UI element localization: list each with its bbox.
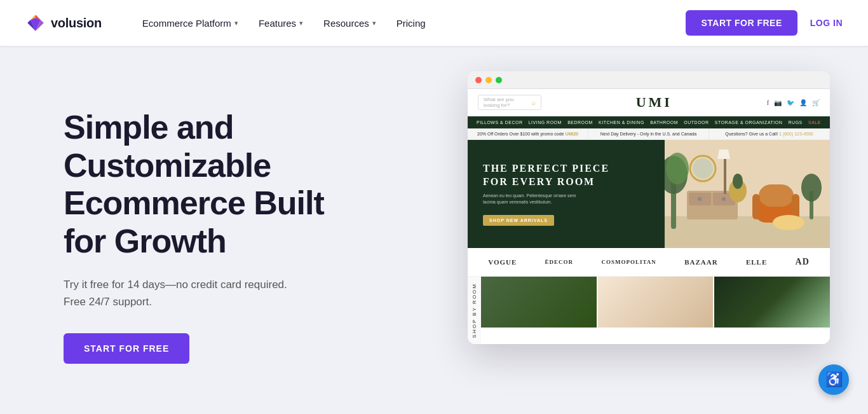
cart-icon: 🛒 bbox=[812, 99, 820, 106]
svg-point-10 bbox=[722, 197, 726, 201]
instagram-icon: 📷 bbox=[774, 99, 782, 106]
store-social-icons: f 📷 🐦 👤 🛒 bbox=[767, 99, 820, 106]
store-nav-bathroom: BATHROOM bbox=[650, 120, 678, 125]
store-shop-btn: SHOP NEW ARRIVALS bbox=[483, 215, 554, 226]
press-bazaar: BAZAAR bbox=[684, 258, 717, 266]
shop-room-image-3 bbox=[714, 277, 830, 328]
hero-text-block: Simple and Customizable Ecommerce Built … bbox=[64, 109, 369, 364]
browser-close-dot bbox=[475, 77, 482, 83]
store-nav-kitchen: KITCHEN & DINING bbox=[599, 120, 644, 125]
press-cosmopolitan: COSMOPOLITAN bbox=[601, 259, 656, 265]
banner-contact: Questions? Give us a Call! 1 (800) 123-4… bbox=[709, 128, 830, 139]
svg-rect-2 bbox=[665, 216, 830, 248]
store-hero-subtext: Aenean eu leo quam. Pellentesque ornare … bbox=[483, 193, 585, 205]
browser-bar bbox=[468, 71, 830, 89]
store-search-placeholder: What are you looking for? bbox=[484, 97, 529, 108]
logo-icon bbox=[25, 13, 46, 33]
store-topbar: What are you looking for? ⌕ UMI f 📷 🐦 👤 … bbox=[468, 89, 830, 116]
svg-point-17 bbox=[773, 215, 804, 230]
facebook-icon: f bbox=[767, 99, 769, 106]
banner-delivery: Next Day Delivery - Only in the U.S. and… bbox=[588, 128, 709, 139]
browser-maximize-dot bbox=[496, 77, 502, 83]
svg-point-12 bbox=[733, 174, 743, 189]
store-nav-bedroom: BEDROOM bbox=[567, 120, 593, 125]
store-nav-sale: SALE bbox=[808, 120, 821, 125]
hero-start-button[interactable]: START FOR FREE bbox=[64, 333, 189, 364]
store-mockup: What are you looking for? ⌕ UMI f 📷 🐦 👤 … bbox=[468, 71, 830, 344]
shop-by-room-section: SHOP BY ROOM bbox=[468, 277, 830, 344]
svg-rect-14 bbox=[759, 184, 794, 207]
nav-links: Ecommerce Platform ▾ Features ▾ Resource… bbox=[132, 13, 686, 34]
chevron-down-icon: ▾ bbox=[234, 19, 238, 27]
nav-item-features[interactable]: Features ▾ bbox=[248, 13, 313, 34]
store-nav-storage: STORAGE & ORGANIZATION bbox=[715, 120, 782, 125]
nav-item-ecommerce[interactable]: Ecommerce Platform ▾ bbox=[132, 13, 248, 34]
nav-item-resources[interactable]: Resources ▾ bbox=[313, 13, 386, 34]
store-nav-pillows: PILLOWS & DECOR bbox=[477, 120, 522, 125]
press-decor: ĒDECOR bbox=[545, 259, 574, 265]
shop-room-image-2 bbox=[598, 277, 714, 328]
press-ad: AD bbox=[796, 257, 810, 267]
twitter-icon: 🐦 bbox=[787, 99, 794, 106]
store-press-logos: VOGUE ĒDECOR COSMOPOLITAN BAZAAR ELLE AD bbox=[468, 248, 830, 277]
start-for-free-button[interactable]: START FOR FREE bbox=[686, 10, 797, 36]
navbar: volusion Ecommerce Platform ▾ Features ▾… bbox=[0, 0, 868, 46]
nav-actions: START FOR FREE LOG IN bbox=[686, 10, 843, 36]
store-hero-banner: THE PERFECT PIECEFOR EVERY ROOM Aenean e… bbox=[468, 140, 830, 248]
accessibility-icon: ♿ bbox=[825, 371, 843, 388]
search-icon: ⌕ bbox=[532, 99, 536, 106]
store-nav-rugs: RUGS bbox=[789, 120, 803, 125]
store-nav-outdoor: OUTDOOR bbox=[684, 120, 709, 125]
store-hero-headline: THE PERFECT PIECEFOR EVERY ROOM bbox=[483, 162, 609, 189]
store-search-bar: What are you looking for? ⌕ bbox=[478, 95, 541, 110]
shop-by-room-label: SHOP BY ROOM bbox=[468, 277, 481, 344]
hero-section: Simple and Customizable Ecommerce Built … bbox=[0, 46, 868, 414]
banner-offer: 20% Off Orders Over $100 with promo code… bbox=[468, 128, 588, 139]
svg-marker-21 bbox=[717, 149, 730, 159]
svg-point-9 bbox=[698, 197, 702, 201]
svg-point-5 bbox=[666, 153, 689, 184]
browser-minimize-dot bbox=[485, 77, 492, 83]
shop-room-image-1 bbox=[481, 277, 597, 328]
store-banner-strip: 20% Off Orders Over $100 with promo code… bbox=[468, 128, 830, 140]
shop-room-images bbox=[481, 277, 830, 344]
svg-rect-15 bbox=[752, 194, 760, 219]
logo-text: volusion bbox=[51, 16, 102, 31]
store-hero-image bbox=[665, 140, 830, 248]
chevron-down-icon: ▾ bbox=[372, 19, 376, 27]
chevron-down-icon: ▾ bbox=[299, 19, 303, 27]
store-nav-living: LIVING ROOM bbox=[529, 120, 562, 125]
svg-point-23 bbox=[693, 158, 713, 179]
account-icon: 👤 bbox=[799, 99, 807, 106]
nav-item-pricing[interactable]: Pricing bbox=[386, 13, 436, 34]
hero-subtitle: Try it free for 14 days—no credit card r… bbox=[64, 276, 305, 310]
login-button[interactable]: LOG IN bbox=[810, 18, 843, 28]
svg-point-19 bbox=[801, 174, 822, 202]
accessibility-button[interactable]: ♿ bbox=[818, 364, 849, 395]
logo[interactable]: volusion bbox=[25, 13, 102, 33]
store-navigation: PILLOWS & DECOR LIVING ROOM BEDROOM KITC… bbox=[468, 116, 830, 128]
store-content: What are you looking for? ⌕ UMI f 📷 🐦 👤 … bbox=[468, 89, 830, 344]
svg-rect-20 bbox=[724, 159, 726, 194]
store-hero-text: THE PERFECT PIECEFOR EVERY ROOM Aenean e… bbox=[468, 149, 625, 238]
store-brand-name: UMI bbox=[541, 94, 767, 111]
hero-title: Simple and Customizable Ecommerce Built … bbox=[64, 109, 369, 261]
press-elle: ELLE bbox=[746, 258, 767, 266]
press-vogue: VOGUE bbox=[488, 258, 517, 266]
